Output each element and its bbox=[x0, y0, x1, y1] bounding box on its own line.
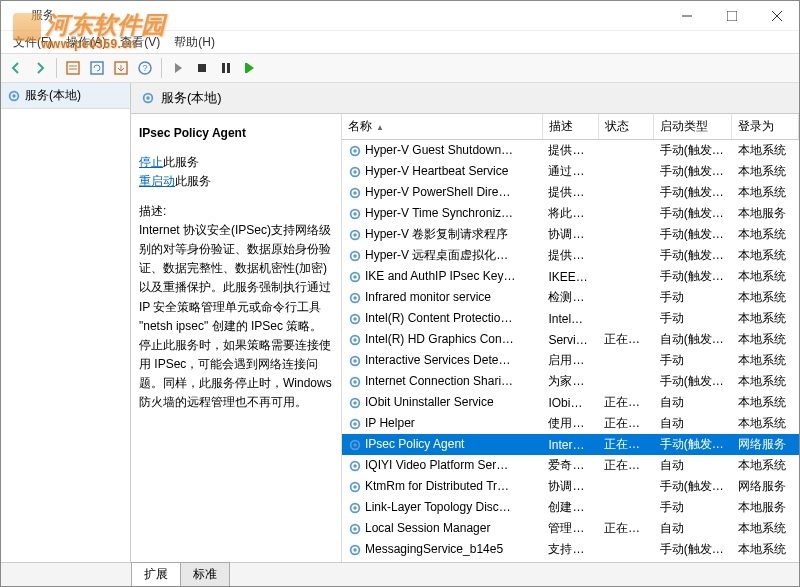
cell-desc: 使用… bbox=[542, 413, 598, 434]
cell-startup: 手动(触发… bbox=[654, 224, 732, 245]
cell-name: Hyper-V 卷影复制请求程序 bbox=[342, 224, 542, 245]
minimize-button[interactable] bbox=[664, 1, 709, 31]
cell-startup: 手动(触发… bbox=[654, 140, 732, 162]
cell-logon: 本地系统 bbox=[732, 224, 799, 245]
svg-point-58 bbox=[353, 548, 357, 552]
tab-standard[interactable]: 标准 bbox=[180, 562, 230, 586]
window-title-left: 服务 bbox=[31, 7, 55, 24]
table-row[interactable]: Hyper-V 卷影复制请求程序协调…手动(触发…本地系统 bbox=[342, 224, 799, 245]
cell-status: 正在… bbox=[598, 329, 654, 350]
cell-logon: 本地系统 bbox=[732, 350, 799, 371]
help-button[interactable]: ? bbox=[134, 57, 156, 79]
restart-service-button[interactable] bbox=[239, 57, 261, 79]
table-row[interactable]: MessagingService_b14e5支持…手动(触发…本地系统 bbox=[342, 539, 799, 560]
menu-help[interactable]: 帮助(H) bbox=[168, 32, 221, 53]
cell-desc: 协调… bbox=[542, 476, 598, 497]
cell-logon: 本地系统 bbox=[732, 287, 799, 308]
cell-logon: 本地系统 bbox=[732, 182, 799, 203]
cell-logon: 本地系统 bbox=[732, 266, 799, 287]
svg-point-50 bbox=[353, 464, 357, 468]
cell-logon: 本地系统 bbox=[732, 392, 799, 413]
detail-pane: IPsec Policy Agent 停止此服务 重启动此服务 描述: Inte… bbox=[131, 114, 341, 586]
cell-status bbox=[598, 224, 654, 245]
table-row[interactable]: Interactive Services Dete…启用…手动本地系统 bbox=[342, 350, 799, 371]
maximize-button[interactable] bbox=[709, 1, 754, 31]
svg-point-24 bbox=[353, 191, 357, 195]
selected-service-title: IPsec Policy Agent bbox=[139, 124, 333, 143]
table-row[interactable]: IP Helper使用…正在…自动本地系统 bbox=[342, 413, 799, 434]
table-row[interactable]: Hyper-V 远程桌面虚拟化…提供…手动(触发…本地系统 bbox=[342, 245, 799, 266]
cell-desc: 提供… bbox=[542, 182, 598, 203]
toolbar-separator bbox=[161, 58, 162, 78]
cell-status bbox=[598, 497, 654, 518]
cell-desc: Servi… bbox=[542, 329, 598, 350]
svg-rect-13 bbox=[227, 63, 230, 73]
cell-startup: 自动 bbox=[654, 518, 732, 539]
back-button[interactable] bbox=[5, 57, 27, 79]
cell-name: IKE and AuthIP IPsec Key… bbox=[342, 266, 542, 287]
menu-action[interactable]: 操作(A) bbox=[60, 32, 112, 53]
properties-button[interactable] bbox=[62, 57, 84, 79]
cell-startup: 自动 bbox=[654, 392, 732, 413]
menu-view[interactable]: 查看(V) bbox=[114, 32, 166, 53]
svg-point-18 bbox=[146, 96, 150, 100]
cell-status bbox=[598, 182, 654, 203]
restart-link[interactable]: 重启动 bbox=[139, 174, 175, 188]
svg-rect-4 bbox=[67, 62, 79, 74]
cell-startup: 手动(触发… bbox=[654, 371, 732, 392]
cell-status bbox=[598, 245, 654, 266]
table-row[interactable]: Infrared monitor service检测…手动本地系统 bbox=[342, 287, 799, 308]
cell-logon: 本地系统 bbox=[732, 539, 799, 560]
col-logon[interactable]: 登录为 bbox=[732, 114, 799, 140]
cell-logon: 本地系统 bbox=[732, 161, 799, 182]
table-row[interactable]: Internet Connection Shari…为家…手动(触发…本地系统 bbox=[342, 371, 799, 392]
cell-startup: 手动(触发… bbox=[654, 434, 732, 455]
services-icon bbox=[7, 89, 21, 103]
table-row[interactable]: Local Session Manager管理…正在…自动本地系统 bbox=[342, 518, 799, 539]
titlebar: 服务 bbox=[1, 1, 799, 31]
table-row[interactable]: Hyper-V Guest Shutdown…提供…手动(触发…本地系统 bbox=[342, 140, 799, 162]
start-service-button[interactable] bbox=[167, 57, 189, 79]
cell-logon: 本地系统 bbox=[732, 140, 799, 162]
table-row[interactable]: IObit Uninstaller ServiceIObi…正在…自动本地系统 bbox=[342, 392, 799, 413]
cell-name: IQIYI Video Platform Ser… bbox=[342, 455, 542, 476]
table-row[interactable]: Intel(R) Content Protectio…Intel…手动本地系统 bbox=[342, 308, 799, 329]
tree-root-node[interactable]: 服务(本地) bbox=[1, 83, 130, 109]
col-name[interactable]: 名称▲ bbox=[342, 114, 542, 140]
col-status[interactable]: 状态 bbox=[598, 114, 654, 140]
export-button[interactable] bbox=[110, 57, 132, 79]
table-row[interactable]: Hyper-V PowerShell Dire…提供…手动(触发…本地系统 bbox=[342, 182, 799, 203]
cell-status bbox=[598, 203, 654, 224]
menu-file[interactable]: 文件(F) bbox=[7, 32, 58, 53]
cell-desc: 提供… bbox=[542, 140, 598, 162]
table-row[interactable]: Intel(R) HD Graphics Con…Servi…正在…自动(触发…… bbox=[342, 329, 799, 350]
tab-extended[interactable]: 扩展 bbox=[131, 562, 181, 586]
svg-point-30 bbox=[353, 254, 357, 258]
table-row[interactable]: Link-Layer Topology Disc…创建…手动本地服务 bbox=[342, 497, 799, 518]
table-row[interactable]: KtmRm for Distributed Tr…协调…手动(触发…网络服务 bbox=[342, 476, 799, 497]
tree-pane: 服务(本地) bbox=[1, 83, 131, 586]
table-row[interactable]: IPsec Policy AgentInter…正在…手动(触发…网络服务 bbox=[342, 434, 799, 455]
cell-desc: Inter… bbox=[542, 434, 598, 455]
col-desc[interactable]: 描述 bbox=[542, 114, 598, 140]
forward-button[interactable] bbox=[29, 57, 51, 79]
service-list[interactable]: 名称▲ 描述 状态 启动类型 登录为 Hyper-V Guest Shutdow… bbox=[341, 114, 799, 586]
table-row[interactable]: IKE and AuthIP IPsec Key…IKEE…手动(触发…本地系统 bbox=[342, 266, 799, 287]
cell-name: Hyper-V PowerShell Dire… bbox=[342, 182, 542, 203]
stop-service-button[interactable] bbox=[191, 57, 213, 79]
cell-desc: 创建… bbox=[542, 497, 598, 518]
pause-service-button[interactable] bbox=[215, 57, 237, 79]
cell-desc: 支持… bbox=[542, 539, 598, 560]
refresh-button[interactable] bbox=[86, 57, 108, 79]
cell-status bbox=[598, 350, 654, 371]
cell-name: Hyper-V Heartbeat Service bbox=[342, 161, 542, 182]
col-startup[interactable]: 启动类型 bbox=[654, 114, 732, 140]
table-row[interactable]: Hyper-V Time Synchroniz…将此…手动(触发…本地服务 bbox=[342, 203, 799, 224]
svg-point-36 bbox=[353, 317, 357, 321]
table-row[interactable]: Hyper-V Heartbeat Service通过…手动(触发…本地系统 bbox=[342, 161, 799, 182]
cell-startup: 自动 bbox=[654, 455, 732, 476]
close-button[interactable] bbox=[754, 1, 799, 31]
stop-link[interactable]: 停止 bbox=[139, 155, 163, 169]
table-row[interactable]: IQIYI Video Platform Ser…爱奇…正在…自动本地系统 bbox=[342, 455, 799, 476]
cell-name: Internet Connection Shari… bbox=[342, 371, 542, 392]
